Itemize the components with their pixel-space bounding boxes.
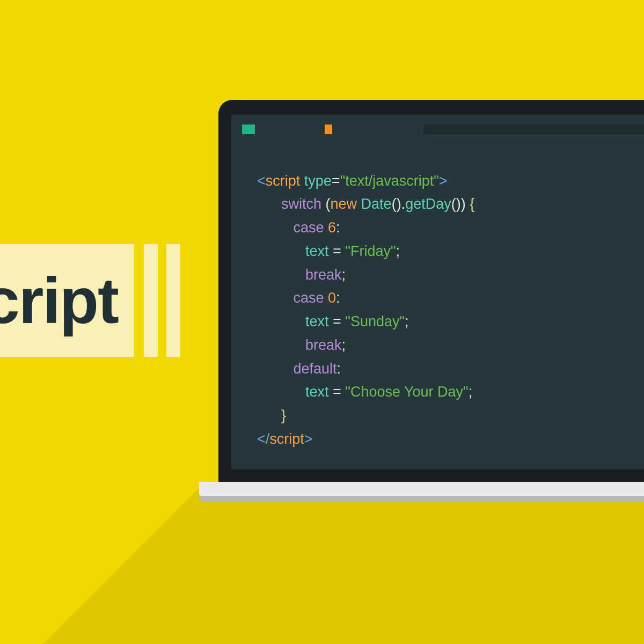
laptop: <script type="text/javascript"> switch (… (218, 100, 644, 502)
title-banner: cript (0, 244, 180, 357)
tab-dark-strip (423, 125, 644, 134)
editor-tab-bar (242, 125, 644, 134)
tab-indicator-green (242, 125, 255, 134)
laptop-shadow (0, 483, 644, 644)
tab-indicator-orange (325, 125, 332, 134)
editor-screen: <script type="text/javascript"> switch (… (231, 115, 644, 469)
laptop-base-deck (199, 482, 644, 496)
laptop-bezel: <script type="text/javascript"> switch (… (218, 100, 644, 482)
laptop-base-edge (199, 496, 644, 502)
banner-title: cript (0, 268, 118, 333)
code-block: <script type="text/javascript"> switch (… (257, 146, 644, 451)
banner-bars (144, 244, 180, 357)
